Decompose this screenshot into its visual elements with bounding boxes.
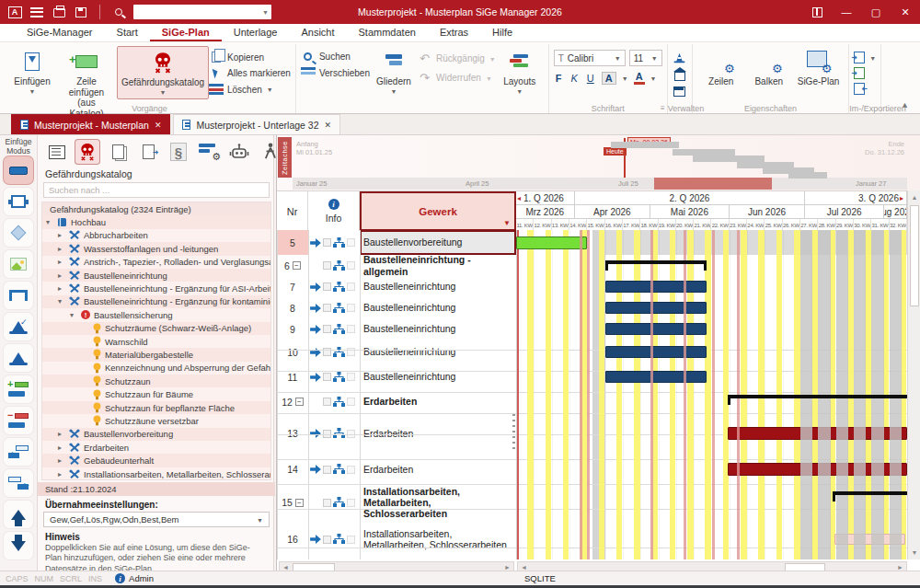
column-header-gewerk[interactable]: Gewerk ▼ — [360, 191, 516, 231]
summary-bar[interactable] — [605, 260, 707, 264]
minimize-button[interactable]: — — [832, 0, 861, 24]
row-checkbox[interactable] — [323, 430, 331, 438]
gliedern-button[interactable]: Gliedern ▼ — [370, 46, 418, 98]
robot-icon[interactable] — [227, 140, 251, 164]
hierarchy-icon[interactable] — [333, 279, 345, 295]
sige-plan-button[interactable]: ⚙ SiGe-Plan — [793, 46, 845, 90]
expander-icon[interactable]: ▸ — [58, 470, 65, 478]
export-pdf-button[interactable] — [854, 67, 865, 79]
row-checkbox[interactable] — [323, 325, 331, 333]
row-checkbox[interactable] — [323, 466, 331, 474]
row-gewerk-cell[interactable]: Installationsarbeiten, Metallarbeiten, S… — [360, 519, 516, 559]
highlight-color-button[interactable]: A — [602, 72, 616, 85]
layouts-button[interactable]: Layouts ▼ — [496, 46, 544, 98]
dialog-launcher-icon[interactable]: ≡ — [661, 104, 665, 112]
building-icon[interactable] — [673, 68, 687, 81]
import-button[interactable]: ▼ — [854, 52, 876, 63]
bold-button[interactable]: F — [554, 73, 564, 84]
indent-row-button[interactable]: ➜ — [4, 438, 33, 466]
zeitachse-label[interactable]: Zeitachse — [278, 137, 292, 178]
link-arrow-icon[interactable] — [310, 321, 321, 338]
export-page-icon[interactable] — [136, 140, 160, 164]
month-header[interactable]: Mrz 2026 — [516, 205, 575, 219]
tree-item[interactable]: ▸Installationsarbeiten, Metallarbeiten, … — [42, 467, 270, 480]
splitter-handle[interactable] — [512, 414, 515, 451]
add-row-button[interactable]: + — [4, 375, 33, 403]
link-arrow-icon[interactable] — [310, 531, 321, 548]
tree-item[interactable]: ▸Baustelleneinrichtung - Ergänzung für A… — [42, 282, 270, 294]
window-layout-icon[interactable] — [802, 0, 832, 24]
menu-item-stammdaten[interactable]: Stammdaten — [347, 24, 428, 41]
expander-icon[interactable]: ▸ — [58, 245, 65, 253]
menu-item-start[interactable]: Start — [105, 24, 150, 41]
loeschen-button[interactable]: Löschen ▼ — [209, 84, 291, 95]
scroll-left-icon[interactable]: ◄ — [521, 564, 527, 571]
insert-milestone-button[interactable] — [4, 219, 33, 247]
zeilen-button[interactable]: ⚙ Zeilen — [697, 46, 745, 90]
row-nr[interactable]: 14 — [277, 453, 308, 486]
hierarchy-icon[interactable] — [333, 425, 345, 442]
save-icon[interactable] — [74, 6, 88, 18]
row-nr[interactable]: 9 — [277, 318, 308, 340]
row-gewerk-cell[interactable]: Baustelleneinrichtung — [360, 276, 516, 297]
maximize-button[interactable]: ▢ — [861, 0, 891, 24]
insert-image-button[interactable] — [4, 250, 33, 278]
overview-strip[interactable]: Januar 25April 25Juli 25Januar 27 — [293, 178, 907, 190]
insert-cone-check-button[interactable]: ✓ — [4, 313, 33, 340]
timeline-scroll-left-icon[interactable]: ◂ — [517, 194, 521, 202]
catalog-search-input[interactable] — [43, 182, 270, 198]
month-header[interactable]: Mai 2026 — [650, 205, 730, 219]
chevron-down-icon[interactable]: ▼ — [262, 9, 269, 16]
collapse-icon[interactable]: − — [293, 261, 301, 270]
document-tab-1[interactable]: Musterprojekt - Musterplan✕ — [11, 114, 170, 134]
menu-item-ansicht[interactable]: Ansicht — [289, 24, 346, 41]
task-bar[interactable] — [516, 236, 587, 249]
link-arrow-icon[interactable] — [310, 425, 321, 442]
underline-button[interactable]: U — [585, 73, 596, 84]
link-arrow-icon[interactable] — [310, 279, 321, 295]
row-nr[interactable]: 16 — [277, 519, 308, 559]
tree-item[interactable]: ▸Gebäudeunterhalt — [42, 454, 270, 467]
row-nr[interactable]: 5 — [277, 230, 308, 255]
column-header-nr[interactable]: Nr — [277, 191, 308, 231]
document-tab-2[interactable]: Musterprojekt - Unterlage 32✕ — [173, 114, 340, 134]
chevron-down-icon[interactable]: ▼ — [622, 75, 628, 82]
quarter-header[interactable]: 1. Q 2026 — [516, 191, 575, 205]
task-bar[interactable] — [605, 281, 707, 293]
scrollbar-thumb[interactable] — [910, 205, 919, 306]
insert-cone-button[interactable] — [4, 344, 33, 372]
balken-button[interactable]: ⚙ Balken — [745, 46, 793, 90]
timeline-scroll-right-icon[interactable]: ▸ — [900, 194, 903, 202]
row-gewerk-cell[interactable]: Baustelleneinrichtung — [360, 340, 516, 364]
close-tab-icon[interactable]: ✕ — [155, 121, 162, 130]
row-checkbox[interactable] — [323, 261, 331, 270]
expander-icon[interactable]: ▸ — [58, 271, 65, 280]
close-button[interactable]: ✕ — [891, 0, 920, 24]
scroll-right-icon[interactable]: ► — [897, 564, 903, 571]
link-arrow-icon[interactable] — [310, 300, 321, 317]
chevron-down-icon[interactable]: ▼ — [650, 75, 657, 82]
row-checkbox[interactable] — [323, 499, 331, 507]
copy-pages-icon[interactable] — [106, 140, 130, 164]
hierarchy-icon[interactable] — [333, 258, 345, 274]
outdent-row-button[interactable]: ➜ — [4, 469, 33, 497]
menu-item-hilfe[interactable]: Hilfe — [480, 24, 524, 41]
tree-item[interactable]: ▸Erdarbeiten — [42, 441, 270, 454]
hazard-skull-icon[interactable] — [75, 140, 99, 164]
cone-manage-icon[interactable] — [673, 52, 687, 64]
scroll-up-icon[interactable]: ▲ — [908, 191, 920, 203]
export-button[interactable] — [854, 83, 865, 95]
row-nr[interactable]: 8 — [277, 297, 308, 318]
font-color-button[interactable]: A — [634, 71, 645, 85]
row-nr[interactable]: 6− — [277, 255, 308, 276]
expander-icon[interactable]: ▸ — [58, 456, 65, 465]
tree-item[interactable]: Schutzzaun — [42, 375, 270, 387]
tree-item[interactable]: ▾Baustelleneinrichtung - Ergänzung für k… — [42, 295, 270, 308]
collapse-icon[interactable]: − — [295, 499, 304, 507]
gefaehrdungskatalog-button[interactable]: Gefährdungskatalog ▼ — [117, 46, 209, 99]
summary-bar[interactable] — [833, 491, 907, 495]
uebernahme-select[interactable]: Gew,Gef,Lös,Rgw,Odn,Best,Bem ▼ — [43, 512, 270, 527]
menu-item-sige-plan[interactable]: SiGe-Plan — [150, 24, 222, 41]
tree-item[interactable]: ▾Hochbau — [42, 215, 270, 228]
scroll-right-icon[interactable]: ► — [504, 564, 511, 571]
